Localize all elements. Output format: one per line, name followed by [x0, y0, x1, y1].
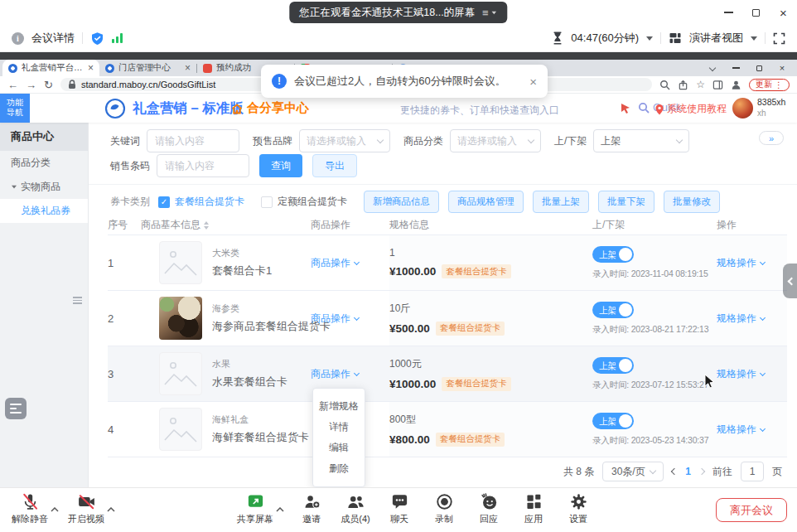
shelf-toggle[interactable]: 上架 [592, 246, 634, 263]
search-button[interactable]: 查询 [259, 154, 302, 177]
dock-settings-button[interactable]: 设置 [555, 492, 601, 525]
browser-minimize-button[interactable] [724, 67, 747, 69]
header-product-info[interactable]: 商品基本信息 [141, 218, 311, 232]
batch-off-shelf-button[interactable]: 批量下架 [598, 191, 655, 213]
browser-update-button[interactable]: 更新⋮ [749, 79, 790, 91]
combo-card-label[interactable]: 套餐组合提货卡 [175, 195, 244, 209]
menu-item-details[interactable]: 详情 [313, 417, 365, 438]
prev-page-icon[interactable] [671, 468, 678, 475]
product-action-link[interactable]: 商品操作 [311, 256, 389, 270]
tutorial-link[interactable]: 系统使用教程 [655, 102, 727, 116]
product-action-link-open[interactable]: 商品操作 [311, 367, 389, 381]
category-select[interactable]: 请选择或输入 [450, 129, 541, 152]
meeting-details-button[interactable]: 会议详情 [31, 31, 75, 46]
tab-search-button[interactable] [701, 65, 724, 70]
product-name: 套餐组合卡1 [212, 264, 272, 278]
browser-tab-gift-admin[interactable]: 礼盒营销平台管理中心 × [2, 60, 99, 76]
expand-filters-button[interactable]: » [759, 131, 784, 145]
share-center-link[interactable]: 合分享中心 [230, 100, 309, 116]
fixed-card-checkbox[interactable] [261, 196, 273, 208]
security-shield-icon[interactable] [90, 31, 104, 46]
spec-action-link[interactable]: 规格操作 [717, 423, 787, 437]
video-options-chevron[interactable] [107, 501, 115, 515]
dock-apps-button[interactable]: 应用 [510, 492, 557, 525]
function-nav-button[interactable]: 功能导航 [0, 94, 30, 123]
dock-members-button[interactable]: 成员(4) [330, 492, 381, 525]
dock-react-button[interactable]: 回应 [466, 492, 512, 525]
back-icon[interactable]: ← [7, 80, 18, 90]
banner-close-icon[interactable]: × [529, 75, 537, 89]
bookmark-star-icon[interactable]: ☆ [696, 79, 705, 90]
goto-page-input[interactable] [741, 462, 764, 481]
zoom-page-icon[interactable] [659, 80, 670, 90]
window-minimize-button[interactable] [715, 0, 742, 25]
menu-item-add-spec[interactable]: 新增规格 [313, 396, 365, 417]
profile-icon[interactable] [731, 80, 741, 90]
user-avatar[interactable] [732, 98, 753, 118]
browser-maximize-button[interactable] [747, 65, 770, 71]
export-button[interactable]: 导出 [312, 154, 357, 177]
product-action-link[interactable]: 商品操作 [311, 312, 389, 326]
leave-meeting-button[interactable]: 离开会议 [716, 498, 787, 522]
dock-share-screen-button[interactable]: 共享屏幕 [232, 492, 278, 525]
spec-manage-button[interactable]: 商品规格管理 [448, 191, 524, 213]
shelf-toggle[interactable]: 上架 [592, 357, 634, 374]
spec-action-link[interactable]: 规格操作 [717, 312, 787, 326]
browser-close-button[interactable]: × [770, 63, 794, 73]
current-page[interactable]: 1 [685, 466, 691, 477]
menu-item-delete[interactable]: 删除 [313, 458, 365, 479]
network-signal-icon[interactable] [112, 33, 123, 43]
fixed-card-label[interactable]: 定额组合提货卡 [278, 195, 347, 209]
spec-action-link[interactable]: 规格操作 [717, 256, 787, 270]
sidebar-section-product-center[interactable]: 商品中心 [0, 123, 88, 151]
price: ¥500.00 [389, 322, 430, 335]
dock-unmute-button[interactable]: 解除静音 [7, 492, 53, 525]
add-product-button[interactable]: 新增商品信息 [364, 191, 439, 213]
batch-edit-button[interactable]: 批量修改 [664, 191, 720, 213]
sort-icon[interactable] [204, 221, 209, 230]
card-type-row: 券卡类别 ✓ 套餐组合提货卡 定额组合提货卡 新增商品信息 商品规格管理 批量上… [110, 191, 729, 213]
view-dropdown-icon[interactable] [751, 36, 757, 41]
fullscreen-icon[interactable] [773, 32, 785, 45]
mic-options-chevron[interactable] [51, 501, 59, 515]
share-page-icon[interactable] [678, 80, 688, 90]
chat-icon [390, 492, 409, 511]
window-maximize-button[interactable] [742, 0, 770, 25]
shelf-select[interactable]: 上架 [593, 129, 689, 152]
dock-start-video-button[interactable]: 开启视频 [63, 492, 109, 525]
shelf-toggle[interactable]: 上架 [592, 413, 634, 429]
expand-caret-icon [12, 186, 17, 189]
sidebar-item-gift-voucher[interactable]: 兑换礼品券 [0, 199, 88, 223]
forward-icon[interactable]: → [26, 80, 36, 90]
window-close-button[interactable]: × [770, 0, 797, 25]
combo-card-checkbox[interactable]: ✓ [158, 196, 170, 208]
brand-select[interactable]: 请选择或输入 [299, 129, 390, 152]
sidebar-item-physical-goods[interactable]: 实物商品 [0, 175, 88, 199]
sidebar: 商品中心 商品分类 实物商品 兑换礼品券 [0, 123, 89, 487]
tab-close-icon[interactable]: × [185, 62, 191, 74]
menu-item-edit[interactable]: 编辑 [313, 438, 365, 458]
spec-action-link[interactable]: 规格操作 [717, 367, 787, 381]
page-size-select[interactable]: 30条/页 [602, 462, 664, 481]
batch-on-shelf-button[interactable]: 批量上架 [533, 191, 589, 213]
reload-icon[interactable]: ↻ [44, 80, 53, 90]
view-mode-selector[interactable]: 演讲者视图 [689, 31, 743, 46]
share-options-chevron[interactable] [276, 501, 284, 515]
banner-menu-icon[interactable]: ≡ [482, 7, 498, 19]
sidebar-item-categories[interactable]: 商品分类 [0, 151, 88, 175]
browser-tab-store-admin[interactable]: 门店管理中心 × [99, 60, 196, 76]
barcode-input[interactable] [157, 154, 249, 177]
next-page-icon[interactable] [698, 468, 705, 475]
dock-chat-button[interactable]: 聊天 [376, 492, 423, 525]
tab-close-icon[interactable]: × [88, 62, 94, 74]
sidebar-collapse-icon[interactable] [73, 297, 82, 304]
side-panel-handle[interactable] [783, 264, 797, 298]
side-panel-icon[interactable] [712, 80, 723, 90]
meeting-panel-toggle[interactable] [5, 398, 27, 419]
shelf-toggle[interactable]: 上架 [592, 302, 634, 318]
keyword-input[interactable] [147, 129, 239, 152]
timer-dropdown-icon[interactable] [646, 36, 653, 41]
dock-record-button[interactable]: 录制 [421, 492, 467, 525]
chevron-down-icon [377, 136, 384, 143]
dock-invite-button[interactable]: 邀请 [288, 492, 335, 525]
